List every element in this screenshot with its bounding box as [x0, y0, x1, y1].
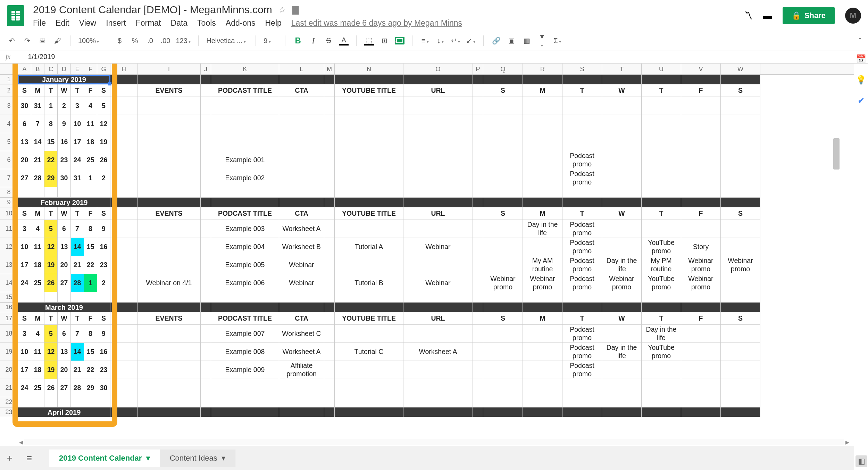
cell[interactable]: [110, 325, 137, 343]
link-icon[interactable]: 🔗: [491, 36, 501, 45]
row-header-8[interactable]: 8: [0, 187, 18, 198]
row-header-10[interactable]: 10: [0, 207, 18, 220]
cell[interactable]: [201, 75, 211, 84]
cell[interactable]: [681, 292, 721, 303]
content-cell[interactable]: Podcast promo: [562, 274, 602, 292]
content-cell[interactable]: [681, 220, 721, 238]
cell[interactable]: [18, 292, 31, 303]
row-header-20[interactable]: 20: [0, 361, 18, 379]
content-cell[interactable]: [201, 238, 211, 256]
content-cell[interactable]: Worksheet A: [279, 343, 324, 361]
cell[interactable]: [44, 397, 58, 407]
content-cell[interactable]: [681, 169, 721, 187]
content-header[interactable]: W: [602, 207, 642, 220]
content-cell[interactable]: [483, 238, 523, 256]
cell[interactable]: [110, 220, 137, 238]
calendar-day[interactable]: 5: [44, 325, 58, 343]
calendar-day[interactable]: 8: [84, 325, 97, 343]
content-cell[interactable]: [473, 256, 483, 274]
content-cell[interactable]: Webinar promo: [483, 274, 523, 292]
content-cell[interactable]: Webinar: [403, 238, 473, 256]
content-header[interactable]: YOUTUBE TITLE: [335, 84, 403, 97]
undo-icon[interactable]: ↶: [7, 36, 17, 45]
cell[interactable]: [403, 303, 473, 312]
cell[interactable]: [681, 397, 721, 407]
content-cell[interactable]: [279, 133, 324, 151]
redo-icon[interactable]: ↷: [22, 36, 32, 45]
cell[interactable]: [483, 75, 523, 84]
content-cell[interactable]: [137, 379, 201, 397]
content-cell[interactable]: Webinar: [279, 256, 324, 274]
cell[interactable]: [523, 198, 562, 207]
content-cell[interactable]: Podcast promo: [562, 325, 602, 343]
row-header-7[interactable]: 7: [0, 169, 18, 187]
calendar-day[interactable]: 21: [71, 256, 84, 274]
cell[interactable]: [335, 397, 403, 407]
cell[interactable]: [279, 187, 324, 198]
content-cell[interactable]: [602, 133, 642, 151]
tasks-icon[interactable]: ✔: [856, 96, 866, 106]
content-cell[interactable]: [137, 325, 201, 343]
content-cell[interactable]: [403, 325, 473, 343]
star-icon[interactable]: ☆: [278, 5, 286, 15]
content-cell[interactable]: [201, 97, 211, 115]
content-cell[interactable]: [473, 325, 483, 343]
cell[interactable]: [562, 75, 602, 84]
cell[interactable]: [201, 292, 211, 303]
row-header-23[interactable]: 23: [0, 407, 18, 417]
zoom-dropdown[interactable]: 100%: [78, 37, 99, 45]
calendar-day[interactable]: 30: [18, 97, 31, 115]
content-header[interactable]: F: [681, 312, 721, 325]
cell[interactable]: [279, 303, 324, 312]
content-cell[interactable]: [403, 379, 473, 397]
content-cell[interactable]: [562, 115, 602, 133]
decrease-decimal-icon[interactable]: .0: [145, 37, 155, 45]
cell[interactable]: [562, 407, 602, 417]
functions-icon[interactable]: Σ: [552, 37, 562, 45]
collapse-toolbar-icon[interactable]: ˆ: [859, 37, 861, 44]
cell[interactable]: [642, 187, 681, 198]
calendar-day[interactable]: 15: [44, 133, 58, 151]
calendar-day[interactable]: 6: [58, 220, 71, 238]
explore-button[interactable]: ◧: [856, 455, 867, 467]
calendar-day[interactable]: 24: [18, 379, 31, 397]
calendar-day[interactable]: 6: [58, 325, 71, 343]
cell[interactable]: [110, 312, 137, 325]
day-header[interactable]: T: [44, 207, 58, 220]
content-cell[interactable]: [137, 256, 201, 274]
content-cell[interactable]: [137, 151, 201, 169]
content-cell[interactable]: [721, 151, 760, 169]
cell[interactable]: [110, 238, 137, 256]
content-header[interactable]: [201, 207, 211, 220]
content-cell[interactable]: [473, 220, 483, 238]
calendar-icon[interactable]: 📅: [856, 54, 866, 64]
content-cell[interactable]: YouTube promo: [642, 238, 681, 256]
content-header[interactable]: M: [523, 312, 562, 325]
content-cell[interactable]: [602, 238, 642, 256]
content-cell[interactable]: [681, 133, 721, 151]
content-header[interactable]: M: [523, 207, 562, 220]
content-cell[interactable]: [137, 220, 201, 238]
content-cell[interactable]: [324, 256, 335, 274]
cell[interactable]: [642, 198, 681, 207]
cell[interactable]: [473, 407, 483, 417]
cell[interactable]: [681, 187, 721, 198]
day-header[interactable]: S: [18, 207, 31, 220]
content-cell[interactable]: [201, 133, 211, 151]
content-cell[interactable]: [473, 379, 483, 397]
cell[interactable]: [602, 397, 642, 407]
content-header[interactable]: EVENTS: [137, 207, 201, 220]
content-cell[interactable]: [403, 220, 473, 238]
calendar-day[interactable]: 2: [97, 274, 110, 292]
content-cell[interactable]: [473, 361, 483, 379]
content-cell[interactable]: Story: [681, 238, 721, 256]
cell[interactable]: [642, 397, 681, 407]
row-header-17[interactable]: 17: [0, 312, 18, 325]
calendar-day[interactable]: 15: [84, 343, 97, 361]
content-header[interactable]: URL: [403, 312, 473, 325]
horizontal-align-icon[interactable]: ≡: [420, 37, 430, 45]
content-header[interactable]: T: [642, 312, 681, 325]
cell[interactable]: [110, 169, 137, 187]
cell[interactable]: [31, 187, 44, 198]
cell[interactable]: [110, 207, 137, 220]
